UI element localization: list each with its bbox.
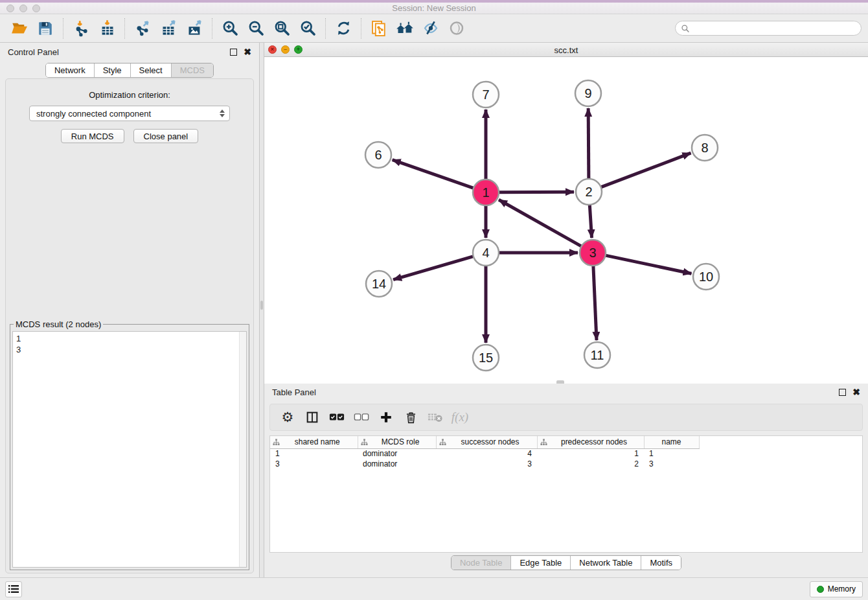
column-header-predecessor-nodes[interactable]: predecessor nodes xyxy=(537,436,644,448)
toolbar-separator xyxy=(325,18,326,39)
graph-node-7[interactable]: 7 xyxy=(473,82,499,108)
close-panel-button[interactable]: Close panel xyxy=(133,129,199,143)
graph-node-label: 10 xyxy=(699,270,713,284)
zoom-fit-button[interactable] xyxy=(269,17,295,40)
graph-node-1[interactable]: 1 xyxy=(473,179,499,205)
float-panel-icon[interactable] xyxy=(230,49,237,56)
function-builder-button[interactable]: f(x) xyxy=(449,407,471,428)
apply-layout-button[interactable] xyxy=(330,17,356,40)
splitter-grip[interactable] xyxy=(260,301,263,310)
graph-edge-4-14[interactable] xyxy=(393,257,474,280)
close-panel-icon[interactable]: ✖ xyxy=(852,387,860,397)
export-table-button[interactable] xyxy=(155,17,181,40)
delete-table-button[interactable] xyxy=(424,407,446,428)
zoom-out-button[interactable] xyxy=(243,17,269,40)
save-session-button[interactable] xyxy=(32,17,58,40)
column-header-successor-nodes[interactable]: successor nodes xyxy=(436,436,537,448)
graph-edge-3-1[interactable] xyxy=(499,200,582,246)
bird-eye-view-button[interactable] xyxy=(444,17,470,40)
import-table-button[interactable] xyxy=(94,17,120,40)
mcds-tab-content: Optimization criterion: strongly connect… xyxy=(5,78,254,573)
export-network-icon xyxy=(134,19,152,37)
table-panel: Table Panel ✖ ⚙ xyxy=(264,384,868,577)
zoom-in-icon xyxy=(222,19,239,37)
delete-columns-button[interactable] xyxy=(400,407,422,428)
graph-node-15[interactable]: 15 xyxy=(473,345,499,371)
table-row[interactable]: 3 dominator 3 2 3 xyxy=(270,459,699,469)
result-scrollbar[interactable] xyxy=(239,332,246,567)
graph-node-4[interactable]: 4 xyxy=(473,240,499,266)
graph-node-14[interactable]: 14 xyxy=(366,271,392,297)
mcds-result-group: MCDS result (2 nodes) 1 3 xyxy=(10,319,249,570)
houses-icon xyxy=(395,19,415,37)
toggle-graphics-details-button[interactable] xyxy=(418,17,444,40)
open-session-button[interactable] xyxy=(6,17,32,40)
show-task-history-button[interactable] xyxy=(5,581,22,597)
control-panel-title: Control Panel xyxy=(8,47,59,57)
mcds-result-textarea[interactable]: 1 3 xyxy=(12,331,247,568)
table-settings-button[interactable]: ⚙ xyxy=(277,407,299,428)
float-panel-icon[interactable] xyxy=(839,389,846,396)
show-home-button[interactable] xyxy=(392,17,418,40)
tab-mcds[interactable]: MCDS xyxy=(172,63,213,77)
memory-button[interactable]: Memory xyxy=(810,581,863,597)
export-image-button[interactable] xyxy=(181,17,207,40)
zoom-selected-icon xyxy=(299,19,317,37)
graph-edge-2-9[interactable] xyxy=(588,108,589,179)
graph-node-8[interactable]: 8 xyxy=(692,135,718,161)
vertical-splitter[interactable] xyxy=(259,43,264,577)
graph-edge-2-8[interactable] xyxy=(601,153,691,187)
import-network-button[interactable] xyxy=(68,17,94,40)
graph-node-label: 4 xyxy=(482,246,489,260)
graph-edge-1-6[interactable] xyxy=(393,160,474,189)
graph-node-2[interactable]: 2 xyxy=(576,179,602,205)
network-canvas[interactable]: 7968124314101511 xyxy=(264,57,868,384)
unchecked-boxes-icon xyxy=(354,413,369,422)
export-network-button[interactable] xyxy=(130,17,155,40)
toolbar-separator xyxy=(124,18,125,39)
graph-edge-3-10[interactable] xyxy=(606,255,692,273)
new-network-from-file-button[interactable] xyxy=(366,17,392,40)
network-graph[interactable]: 7968124314101511 xyxy=(264,57,868,384)
tab-edge-table[interactable]: Edge Table xyxy=(511,556,571,570)
create-column-button[interactable] xyxy=(375,407,397,428)
tab-network-table[interactable]: Network Table xyxy=(571,556,641,570)
table-toolbar: ⚙ xyxy=(269,404,863,431)
optimization-criterion-select[interactable]: strongly connected component xyxy=(29,106,230,121)
graph-edge-1-2[interactable] xyxy=(499,192,574,192)
select-all-columns-button[interactable] xyxy=(326,407,348,428)
open-folder-icon xyxy=(11,19,29,37)
memory-status-icon xyxy=(817,586,824,593)
graph-edge-3-11[interactable] xyxy=(593,266,597,340)
export-image-icon xyxy=(186,19,203,37)
graph-node-10[interactable]: 10 xyxy=(693,264,719,290)
tab-node-table[interactable]: Node Table xyxy=(451,556,512,570)
graph-node-9[interactable]: 9 xyxy=(575,80,601,106)
graph-node-11[interactable]: 11 xyxy=(584,342,610,368)
search-icon xyxy=(681,24,690,33)
column-layout-button[interactable] xyxy=(301,407,323,428)
refresh-icon xyxy=(335,19,352,37)
graph-edge-2-3[interactable] xyxy=(589,205,591,238)
tab-select[interactable]: Select xyxy=(131,63,172,77)
zoom-in-button[interactable] xyxy=(217,17,243,40)
attribute-tree-icon xyxy=(273,439,280,446)
result-line: 3 xyxy=(16,344,236,355)
deselect-all-columns-button[interactable] xyxy=(350,407,372,428)
close-panel-icon[interactable]: ✖ xyxy=(244,47,251,56)
tab-network[interactable]: Network xyxy=(46,63,95,77)
plus-icon xyxy=(379,410,393,424)
toolbar-separator xyxy=(361,18,361,39)
column-header-mcds-role[interactable]: MCDS role xyxy=(358,436,436,448)
tab-style[interactable]: Style xyxy=(95,63,131,77)
zoom-selected-button[interactable] xyxy=(295,17,321,40)
column-header-name[interactable]: name xyxy=(644,436,699,448)
graph-node-3[interactable]: 3 xyxy=(580,240,606,266)
tab-motifs[interactable]: Motifs xyxy=(641,556,681,570)
toolbar-separator xyxy=(63,18,63,39)
column-header-shared-name[interactable]: shared name xyxy=(270,436,358,448)
graph-node-6[interactable]: 6 xyxy=(365,142,391,168)
search-input[interactable] xyxy=(693,23,856,33)
run-mcds-button[interactable]: Run MCDS xyxy=(61,129,124,143)
table-row[interactable]: 1 dominator 4 1 1 xyxy=(270,448,699,459)
